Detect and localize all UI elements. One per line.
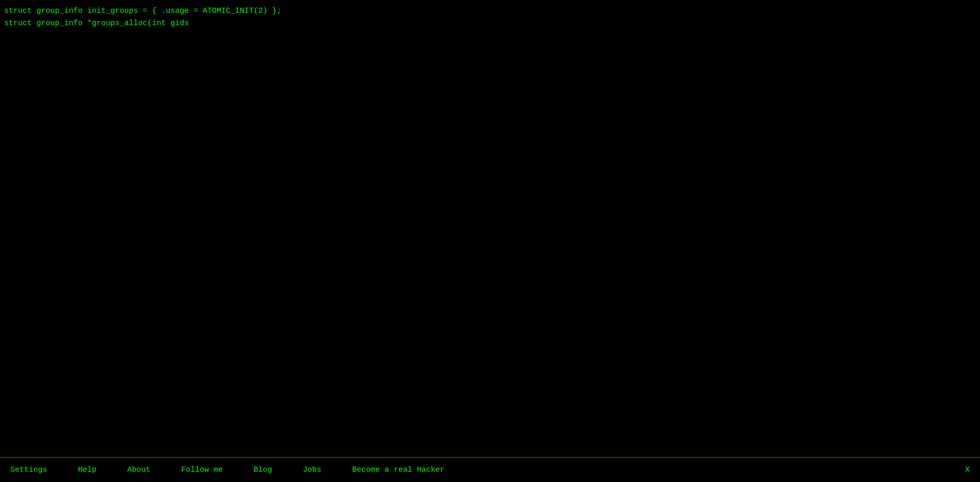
close-button[interactable]: X (965, 466, 970, 474)
footer-link-help[interactable]: Help (78, 466, 97, 474)
footer-link-settings[interactable]: Settings (10, 466, 47, 474)
code-line-1: struct group_info init_groups = { .usage… (4, 5, 976, 17)
footer: Settings Help About Follow me Blog Jobs … (0, 457, 980, 482)
code-area: struct group_info init_groups = { .usage… (0, 0, 980, 457)
footer-link-follow-me[interactable]: Follow me (181, 466, 223, 474)
footer-link-about[interactable]: About (127, 466, 150, 474)
code-line-3: struct group_info *groups_alloc(int gids (4, 17, 976, 30)
footer-link-blog[interactable]: Blog (254, 466, 272, 474)
footer-link-jobs[interactable]: Jobs (303, 466, 321, 474)
footer-link-become-hacker[interactable]: Become a real Hacker (352, 466, 445, 474)
